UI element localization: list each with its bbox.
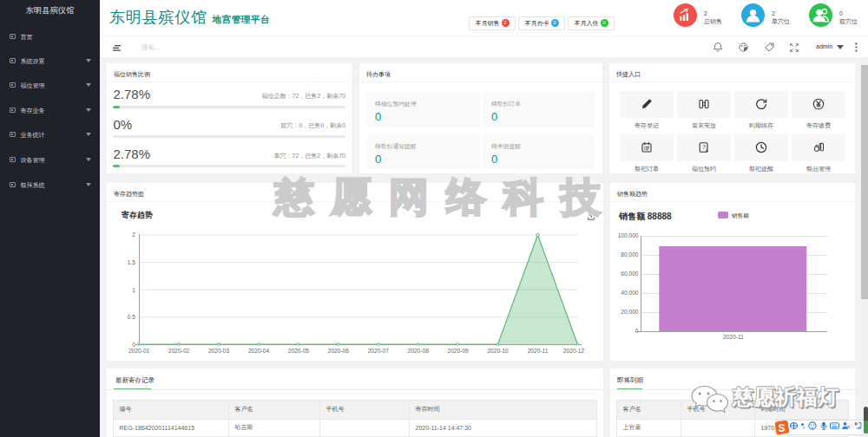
svg-text:S: S [779, 422, 786, 434]
svg-text:?: ? [702, 144, 706, 150]
